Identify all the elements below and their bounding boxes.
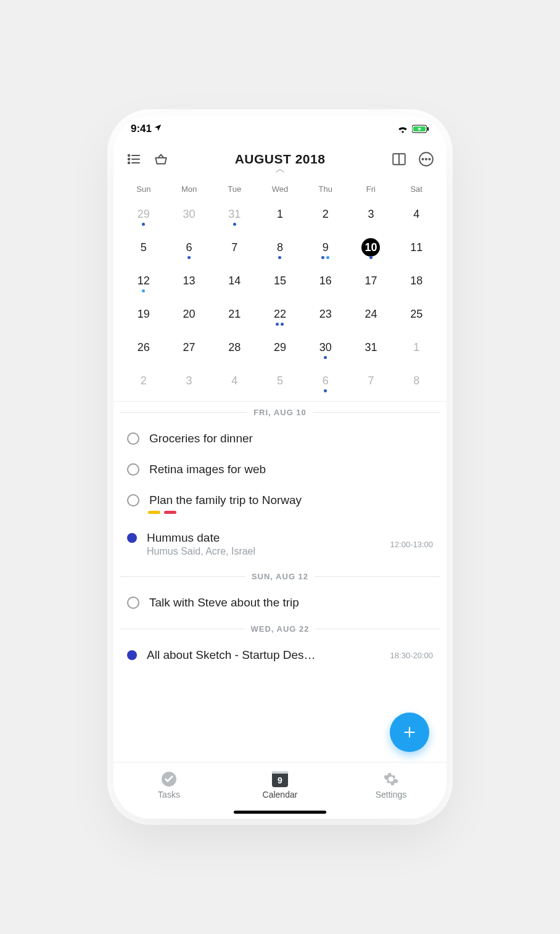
calendar-icon-day: 9: [278, 775, 282, 785]
day-cell[interactable]: 25: [393, 300, 439, 328]
day-cell[interactable]: 13: [167, 267, 212, 295]
day-number: 24: [361, 305, 380, 323]
notch: [209, 115, 351, 136]
day-cell[interactable]: 8: [393, 366, 439, 395]
day-cell[interactable]: 20: [167, 300, 212, 328]
day-cell[interactable]: 23: [303, 300, 348, 328]
status-time: 9:41: [131, 123, 152, 135]
day-number: 2: [316, 205, 335, 223]
tab-calendar[interactable]: 9 Calendar: [224, 762, 336, 808]
home-indicator[interactable]: [234, 811, 326, 814]
day-cell[interactable]: 7: [212, 233, 257, 262]
task-checkbox[interactable]: [127, 463, 139, 476]
month-title[interactable]: AUGUST 2018: [179, 152, 381, 167]
day-number: 21: [225, 305, 244, 323]
day-number: 31: [361, 338, 380, 357]
day-cell[interactable]: 24: [348, 300, 394, 328]
day-cell[interactable]: 4: [393, 200, 439, 228]
event-indicator: [127, 650, 137, 660]
day-number: 20: [180, 305, 199, 323]
day-cell[interactable]: 10: [348, 233, 394, 262]
day-cell[interactable]: 3: [167, 366, 212, 395]
day-cell[interactable]: 19: [121, 300, 167, 328]
day-cell[interactable]: 18: [393, 267, 439, 295]
event-dots: [369, 256, 373, 259]
day-cell[interactable]: 15: [257, 267, 303, 295]
day-cell[interactable]: 5: [121, 233, 167, 262]
wifi-icon: [397, 125, 408, 133]
svg-point-4: [128, 159, 130, 160]
day-number: 28: [225, 338, 244, 357]
day-cell[interactable]: 28: [212, 333, 257, 362]
item-title: Retina images for web: [149, 463, 433, 476]
day-cell[interactable]: 8: [257, 233, 303, 262]
day-cell[interactable]: 5: [257, 366, 303, 395]
day-cell[interactable]: 27: [167, 333, 212, 362]
day-cell[interactable]: 29: [257, 333, 303, 362]
event-row[interactable]: Hummus dateHumus Said, Acre, Israel12:00…: [113, 523, 447, 566]
day-cell[interactable]: 1: [393, 333, 439, 362]
day-number: 6: [180, 238, 199, 257]
task-row[interactable]: Retina images for web: [113, 454, 447, 485]
task-checkbox[interactable]: [127, 494, 139, 506]
task-row[interactable]: Talk with Steve about the trip: [113, 587, 447, 618]
day-cell[interactable]: 31: [348, 333, 394, 362]
day-cell[interactable]: 1: [257, 200, 303, 228]
day-cell[interactable]: 31: [212, 200, 257, 228]
calendar-icon: 9: [272, 771, 288, 787]
day-cell[interactable]: 4: [212, 366, 257, 395]
svg-point-13: [426, 159, 427, 160]
svg-point-14: [429, 159, 430, 160]
day-cell[interactable]: 7: [348, 366, 394, 395]
day-number: 1: [271, 205, 289, 223]
agenda-list[interactable]: FRI, AUG 10Groceries for dinnerRetina im…: [113, 401, 447, 819]
day-number: 9: [316, 238, 335, 257]
task-checkbox[interactable]: [127, 432, 139, 445]
day-cell[interactable]: 26: [121, 333, 167, 362]
day-number: 29: [134, 205, 153, 223]
day-cell[interactable]: 16: [303, 267, 348, 295]
day-cell[interactable]: 22: [257, 300, 303, 328]
task-row[interactable]: Groceries for dinner: [113, 423, 447, 454]
item-tags: [148, 511, 433, 514]
more-icon[interactable]: [417, 150, 435, 168]
tab-settings[interactable]: Settings: [336, 762, 447, 808]
day-cell[interactable]: 21: [212, 300, 257, 328]
task-checkbox[interactable]: [127, 597, 139, 609]
event-dots: [324, 356, 327, 359]
agenda-section-header: SUN, AUG 12: [113, 566, 447, 587]
day-number: 4: [225, 371, 244, 390]
day-cell[interactable]: 11: [393, 233, 439, 262]
tab-tasks[interactable]: Tasks: [113, 762, 224, 808]
list-icon[interactable]: [125, 150, 143, 168]
item-time: 18:30-20:00: [390, 651, 433, 660]
item-subtitle: Humus Said, Acre, Israel: [147, 546, 381, 557]
item-title: Hummus date: [147, 531, 381, 545]
add-button[interactable]: [390, 713, 429, 752]
day-cell[interactable]: 6: [167, 233, 212, 262]
day-cell[interactable]: 14: [212, 267, 257, 295]
day-number: 1: [407, 338, 426, 357]
day-cell[interactable]: 30: [167, 200, 212, 228]
basket-icon[interactable]: [152, 150, 170, 168]
item-title: Talk with Steve about the trip: [149, 596, 433, 610]
day-cell[interactable]: 6: [303, 366, 348, 395]
day-cell[interactable]: 12: [121, 267, 167, 295]
day-number: 7: [361, 371, 380, 390]
event-row[interactable]: All about Sketch - Startup Des…18:30-20:…: [113, 640, 447, 671]
event-dots: [321, 256, 329, 259]
weekday-label: Thu: [303, 184, 348, 194]
day-cell[interactable]: 2: [303, 200, 348, 228]
day-cell[interactable]: 9: [303, 233, 348, 262]
check-circle-icon: [161, 771, 177, 787]
tab-calendar-label: Calendar: [263, 790, 298, 800]
day-cell[interactable]: 17: [348, 267, 394, 295]
day-cell[interactable]: 29: [121, 200, 167, 228]
day-number: 3: [361, 205, 380, 223]
day-number: 14: [225, 271, 244, 290]
task-row[interactable]: Plan the family trip to Norway: [113, 485, 447, 523]
day-cell[interactable]: 2: [121, 366, 167, 395]
book-icon[interactable]: [390, 150, 408, 168]
day-cell[interactable]: 30: [303, 333, 348, 362]
day-cell[interactable]: 3: [348, 200, 394, 228]
